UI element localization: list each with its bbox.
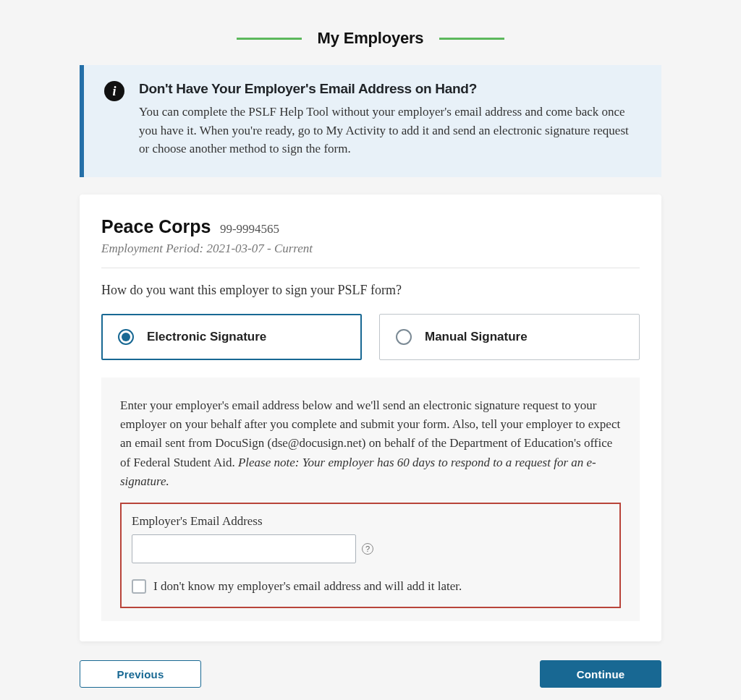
employment-period: Employment Period: 2021-03-07 - Current: [101, 242, 640, 256]
employer-ein: 99-9994565: [220, 222, 279, 236]
employer-email-input[interactable]: [132, 534, 356, 563]
help-icon[interactable]: ?: [362, 543, 373, 555]
electronic-panel-text: Enter your employer's email address belo…: [120, 396, 621, 492]
decorative-line-right: [439, 38, 504, 40]
email-label: Employer's Email Address: [132, 514, 609, 529]
continue-button[interactable]: Continue: [540, 660, 661, 688]
decorative-line-left: [237, 38, 302, 40]
radio-manual-label: Manual Signature: [425, 330, 528, 344]
signature-options: Electronic Signature Manual Signature: [101, 314, 640, 360]
signature-question: How do you want this employer to sign yo…: [101, 283, 640, 298]
info-icon: i: [104, 81, 124, 101]
unknown-email-checkbox[interactable]: [132, 579, 146, 594]
section-title-wrap: My Employers: [0, 29, 741, 48]
info-callout: i Don't Have Your Employer's Email Addre…: [80, 65, 661, 177]
email-highlight-box: Employer's Email Address ? I don't know …: [120, 503, 621, 608]
employer-name: Peace Corps: [101, 216, 211, 237]
electronic-signature-panel: Enter your employer's email address belo…: [101, 377, 640, 622]
employer-card: Peace Corps 99-9994565 Employment Period…: [80, 195, 661, 642]
radio-manual-signature[interactable]: Manual Signature: [379, 314, 640, 360]
radio-button-icon: [118, 329, 134, 345]
radio-electronic-signature[interactable]: Electronic Signature: [101, 314, 362, 360]
info-body: You can complete the PSLF Help Tool with…: [139, 103, 641, 158]
radio-button-icon: [396, 329, 412, 345]
section-title: My Employers: [318, 29, 424, 48]
radio-electronic-label: Electronic Signature: [147, 330, 266, 344]
info-title: Don't Have Your Employer's Email Address…: [139, 81, 641, 97]
previous-button[interactable]: Previous: [80, 660, 201, 688]
unknown-email-checkbox-label: I don't know my employer's email address…: [153, 579, 462, 594]
nav-row: Previous Continue: [80, 660, 661, 688]
employer-header: Peace Corps 99-9994565 Employment Period…: [101, 216, 640, 268]
